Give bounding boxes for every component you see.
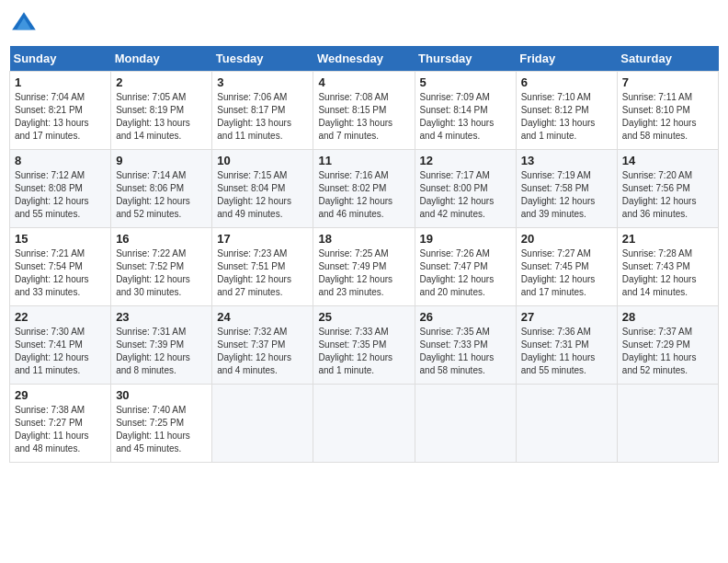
day-info: Sunrise: 7:19 AM Sunset: 7:58 PM Dayligh…: [521, 169, 612, 221]
day-number: 21: [622, 232, 713, 246]
col-header-friday: Friday: [516, 46, 617, 72]
day-info: Sunrise: 7:08 AM Sunset: 8:15 PM Dayligh…: [318, 91, 409, 143]
day-info: Sunrise: 7:32 AM Sunset: 7:37 PM Dayligh…: [217, 326, 308, 377]
day-info: Sunrise: 7:28 AM Sunset: 7:43 PM Dayligh…: [622, 247, 713, 299]
col-header-thursday: Thursday: [415, 46, 516, 72]
day-number: 29: [15, 388, 106, 402]
day-number: 4: [318, 75, 409, 89]
day-cell: 30 Sunrise: 7:40 AM Sunset: 7:25 PM Dayl…: [111, 385, 212, 463]
day-number: 8: [15, 154, 106, 167]
day-cell: 22 Sunrise: 7:30 AM Sunset: 7:41 PM Dayl…: [10, 306, 111, 385]
day-number: 24: [217, 310, 308, 324]
day-info: Sunrise: 7:12 AM Sunset: 8:08 PM Dayligh…: [15, 169, 106, 221]
week-row-5: 29 Sunrise: 7:38 AM Sunset: 7:27 PM Dayl…: [10, 385, 719, 463]
day-cell: 26 Sunrise: 7:35 AM Sunset: 7:33 PM Dayl…: [415, 306, 516, 385]
col-header-tuesday: Tuesday: [212, 46, 313, 72]
day-cell: 28 Sunrise: 7:37 AM Sunset: 7:29 PM Dayl…: [617, 306, 718, 385]
day-cell: 19 Sunrise: 7:26 AM Sunset: 7:47 PM Dayl…: [415, 228, 516, 306]
day-cell: 15 Sunrise: 7:21 AM Sunset: 7:54 PM Dayl…: [10, 228, 111, 306]
day-cell: 27 Sunrise: 7:36 AM Sunset: 7:31 PM Dayl…: [516, 306, 617, 385]
day-cell: [516, 385, 617, 463]
day-info: Sunrise: 7:10 AM Sunset: 8:12 PM Dayligh…: [521, 91, 612, 143]
day-number: 11: [318, 154, 409, 167]
day-number: 5: [420, 75, 511, 89]
day-cell: 1 Sunrise: 7:04 AM Sunset: 8:21 PM Dayli…: [10, 72, 111, 150]
week-row-3: 15 Sunrise: 7:21 AM Sunset: 7:54 PM Dayl…: [10, 228, 719, 306]
day-cell: [617, 385, 718, 463]
day-cell: 13 Sunrise: 7:19 AM Sunset: 7:58 PM Dayl…: [516, 150, 617, 228]
day-cell: 23 Sunrise: 7:31 AM Sunset: 7:39 PM Dayl…: [111, 306, 212, 385]
col-header-sunday: Sunday: [10, 46, 111, 72]
day-info: Sunrise: 7:33 AM Sunset: 7:35 PM Dayligh…: [318, 326, 409, 377]
col-header-monday: Monday: [111, 46, 212, 72]
day-info: Sunrise: 7:20 AM Sunset: 7:56 PM Dayligh…: [622, 169, 713, 221]
day-info: Sunrise: 7:38 AM Sunset: 7:27 PM Dayligh…: [15, 404, 106, 455]
day-cell: 20 Sunrise: 7:27 AM Sunset: 7:45 PM Dayl…: [516, 228, 617, 306]
day-number: 14: [622, 154, 713, 167]
day-cell: 8 Sunrise: 7:12 AM Sunset: 8:08 PM Dayli…: [10, 150, 111, 228]
day-cell: 29 Sunrise: 7:38 AM Sunset: 7:27 PM Dayl…: [10, 385, 111, 463]
calendar-table: SundayMondayTuesdayWednesdayThursdayFrid…: [9, 46, 719, 463]
day-number: 3: [217, 75, 308, 89]
logo: [9, 9, 42, 39]
day-info: Sunrise: 7:05 AM Sunset: 8:19 PM Dayligh…: [116, 91, 207, 143]
day-cell: 4 Sunrise: 7:08 AM Sunset: 8:15 PM Dayli…: [313, 72, 415, 150]
day-cell: 3 Sunrise: 7:06 AM Sunset: 8:17 PM Dayli…: [212, 72, 313, 150]
day-number: 25: [318, 310, 409, 324]
week-row-1: 1 Sunrise: 7:04 AM Sunset: 8:21 PM Dayli…: [10, 72, 719, 150]
day-cell: 17 Sunrise: 7:23 AM Sunset: 7:51 PM Dayl…: [212, 228, 313, 306]
day-cell: [212, 385, 313, 463]
day-info: Sunrise: 7:31 AM Sunset: 7:39 PM Dayligh…: [116, 326, 207, 377]
day-info: Sunrise: 7:04 AM Sunset: 8:21 PM Dayligh…: [15, 91, 106, 143]
day-number: 22: [15, 310, 106, 324]
day-number: 9: [116, 154, 207, 167]
day-number: 17: [217, 232, 308, 246]
day-number: 13: [521, 154, 612, 167]
day-info: Sunrise: 7:11 AM Sunset: 8:10 PM Dayligh…: [622, 91, 713, 143]
day-number: 2: [116, 75, 207, 89]
day-info: Sunrise: 7:16 AM Sunset: 8:02 PM Dayligh…: [318, 169, 409, 221]
day-info: Sunrise: 7:26 AM Sunset: 7:47 PM Dayligh…: [420, 247, 511, 299]
week-row-2: 8 Sunrise: 7:12 AM Sunset: 8:08 PM Dayli…: [10, 150, 719, 228]
day-number: 27: [521, 310, 612, 324]
day-info: Sunrise: 7:27 AM Sunset: 7:45 PM Dayligh…: [521, 247, 612, 299]
day-info: Sunrise: 7:25 AM Sunset: 7:49 PM Dayligh…: [318, 247, 409, 299]
day-info: Sunrise: 7:14 AM Sunset: 8:06 PM Dayligh…: [116, 169, 207, 221]
day-info: Sunrise: 7:21 AM Sunset: 7:54 PM Dayligh…: [15, 247, 106, 299]
day-number: 15: [15, 232, 106, 246]
day-number: 10: [217, 154, 308, 167]
day-cell: 16 Sunrise: 7:22 AM Sunset: 7:52 PM Dayl…: [111, 228, 212, 306]
day-info: Sunrise: 7:37 AM Sunset: 7:29 PM Dayligh…: [622, 326, 713, 377]
day-cell: 18 Sunrise: 7:25 AM Sunset: 7:49 PM Dayl…: [313, 228, 415, 306]
day-cell: 11 Sunrise: 7:16 AM Sunset: 8:02 PM Dayl…: [313, 150, 415, 228]
day-number: 26: [420, 310, 511, 324]
day-cell: 21 Sunrise: 7:28 AM Sunset: 7:43 PM Dayl…: [617, 228, 718, 306]
day-number: 23: [116, 310, 207, 324]
day-info: Sunrise: 7:06 AM Sunset: 8:17 PM Dayligh…: [217, 91, 308, 143]
day-number: 30: [116, 388, 207, 402]
day-cell: 14 Sunrise: 7:20 AM Sunset: 7:56 PM Dayl…: [617, 150, 718, 228]
day-info: Sunrise: 7:17 AM Sunset: 8:00 PM Dayligh…: [420, 169, 511, 221]
day-cell: 24 Sunrise: 7:32 AM Sunset: 7:37 PM Dayl…: [212, 306, 313, 385]
col-header-wednesday: Wednesday: [313, 46, 415, 72]
day-info: Sunrise: 7:15 AM Sunset: 8:04 PM Dayligh…: [217, 169, 308, 221]
day-number: 20: [521, 232, 612, 246]
day-cell: 5 Sunrise: 7:09 AM Sunset: 8:14 PM Dayli…: [415, 72, 516, 150]
logo-icon: [9, 9, 39, 39]
day-cell: 12 Sunrise: 7:17 AM Sunset: 8:00 PM Dayl…: [415, 150, 516, 228]
day-number: 1: [15, 75, 106, 89]
day-info: Sunrise: 7:30 AM Sunset: 7:41 PM Dayligh…: [15, 326, 106, 377]
page-header: [9, 9, 719, 39]
day-number: 28: [622, 310, 713, 324]
week-row-4: 22 Sunrise: 7:30 AM Sunset: 7:41 PM Dayl…: [10, 306, 719, 385]
day-cell: 7 Sunrise: 7:11 AM Sunset: 8:10 PM Dayli…: [617, 72, 718, 150]
header-row: SundayMondayTuesdayWednesdayThursdayFrid…: [10, 46, 719, 72]
day-number: 19: [420, 232, 511, 246]
day-number: 12: [420, 154, 511, 167]
day-number: 18: [318, 232, 409, 246]
day-info: Sunrise: 7:40 AM Sunset: 7:25 PM Dayligh…: [116, 404, 207, 455]
day-number: 16: [116, 232, 207, 246]
day-info: Sunrise: 7:23 AM Sunset: 7:51 PM Dayligh…: [217, 247, 308, 299]
day-cell: 6 Sunrise: 7:10 AM Sunset: 8:12 PM Dayli…: [516, 72, 617, 150]
day-info: Sunrise: 7:22 AM Sunset: 7:52 PM Dayligh…: [116, 247, 207, 299]
